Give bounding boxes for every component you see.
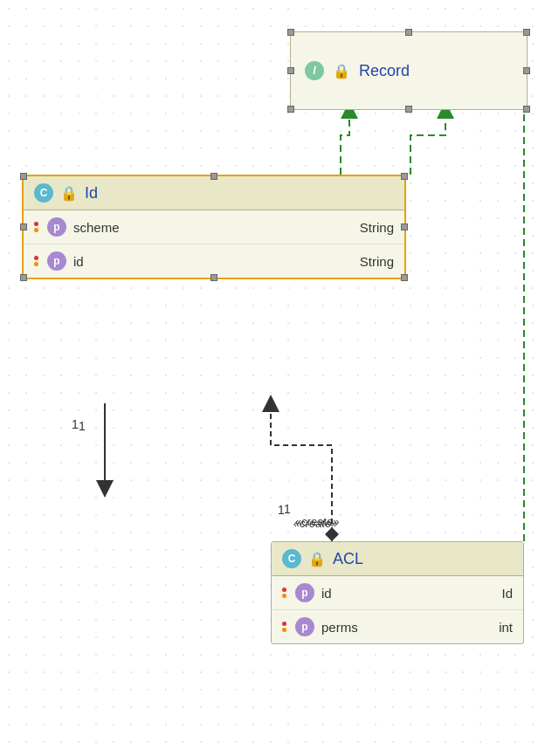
scheme-name: scheme: [73, 220, 120, 235]
acl-lock-icon: 🔒: [308, 551, 326, 567]
acl-id-type: Id: [501, 586, 513, 601]
id-field-type: String: [360, 254, 394, 269]
id-handle-tm[interactable]: [210, 173, 217, 180]
handle-br[interactable]: [523, 106, 530, 113]
handle-bl[interactable]: [287, 106, 294, 113]
acl-id-dots: [282, 588, 286, 598]
acl-box-header: C 🔒 ACL: [272, 542, 523, 576]
scheme-type: String: [360, 220, 394, 235]
id-field-name: id: [73, 254, 84, 269]
handle-tm[interactable]: [405, 29, 412, 36]
acl-box-body: p id Id p perms int: [272, 576, 523, 643]
id-handle-mr[interactable]: [401, 223, 408, 230]
acl-badge-c: C: [282, 549, 301, 568]
id-field-scheme: p scheme String: [24, 210, 404, 244]
scheme-dots: [34, 222, 38, 232]
acl-title: ACL: [333, 550, 363, 568]
handle-mr[interactable]: [523, 67, 530, 74]
acl-box[interactable]: C 🔒 ACL p id Id p perm: [271, 541, 524, 644]
id-lock-icon: 🔒: [60, 185, 78, 202]
arrow-label-1b: 1: [284, 502, 291, 516]
acl-perms-badge-p: p: [295, 617, 314, 636]
record-badge-i: I: [305, 61, 324, 80]
acl-perms-dots: [282, 622, 286, 632]
id-handle-ml[interactable]: [20, 223, 27, 230]
acl-id-badge-p: p: [295, 583, 314, 602]
dot-orange-1: [34, 228, 38, 232]
id-badge-p: p: [47, 251, 66, 271]
handle-tl[interactable]: [287, 29, 294, 36]
id-handle-tl[interactable]: [20, 173, 27, 180]
acl-dot-orange-1: [282, 594, 286, 598]
acl-field-id: p id Id: [272, 576, 523, 610]
dot-red-1: [34, 222, 38, 226]
id-box-header: C 🔒 Id: [24, 176, 404, 210]
id-handle-tr[interactable]: [401, 173, 408, 180]
acl-field-perms: p perms int: [272, 610, 523, 643]
arrow-num-1-right: 1: [278, 503, 285, 517]
id-handle-br[interactable]: [401, 274, 408, 281]
id-badge-c: C: [34, 183, 53, 203]
create-stereotype: «create»: [293, 517, 338, 530]
acl-dot-red-1: [282, 588, 286, 592]
id-handle-bm[interactable]: [210, 274, 217, 281]
id-handle-bl[interactable]: [20, 274, 27, 281]
acl-id-name: id: [321, 586, 332, 601]
scheme-badge-p: p: [47, 217, 66, 237]
id-field-id: p id String: [24, 244, 404, 278]
acl-perms-type: int: [499, 620, 513, 635]
diagram-canvas: 1 1 «create» I 🔒 Record C 🔒 Id: [0, 0, 538, 756]
arrow-label-1a: 1: [79, 419, 86, 433]
record-title: Record: [359, 62, 410, 80]
acl-perms-name: perms: [321, 620, 358, 635]
handle-tr[interactable]: [523, 29, 530, 36]
acl-dot-orange-2: [282, 628, 286, 632]
handle-bm[interactable]: [405, 106, 412, 113]
id-dots: [34, 256, 38, 266]
dot-orange-2: [34, 262, 38, 266]
id-title: Id: [85, 184, 98, 203]
record-lock-icon: 🔒: [333, 63, 350, 79]
id-box-body: p scheme String p id String: [24, 210, 404, 278]
id-box[interactable]: C 🔒 Id p scheme String p: [22, 175, 406, 279]
acl-dot-red-2: [282, 622, 286, 626]
arrow-num-1-left: 1: [72, 417, 79, 431]
record-box[interactable]: I 🔒 Record: [290, 31, 528, 110]
dot-red-2: [34, 256, 38, 260]
handle-ml[interactable]: [287, 67, 294, 74]
